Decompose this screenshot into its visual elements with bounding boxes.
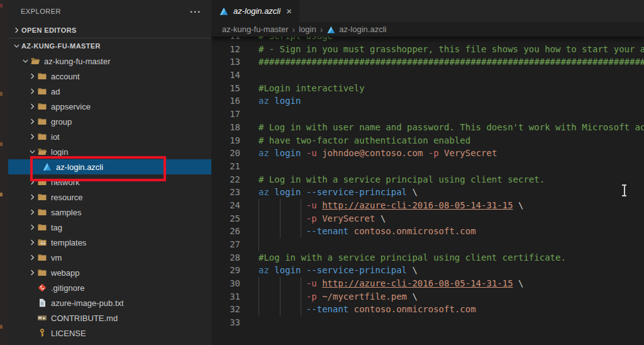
line-number[interactable]: 23 [211, 186, 240, 199]
code-line-28[interactable]: 28#Log in with a service principal using… [211, 251, 644, 264]
code-line-33[interactable]: 33 [211, 316, 644, 329]
line-number[interactable]: 22 [211, 173, 240, 186]
code-line-27[interactable]: 27 [211, 238, 644, 251]
tree-item-label: account [51, 72, 80, 81]
code-line-25[interactable]: 25 -p VerySecret \ [211, 212, 644, 225]
close-icon[interactable]: × [286, 6, 292, 16]
line-number[interactable]: 21 [211, 160, 240, 173]
code-line-22[interactable]: 22# Log in with a service principal usin… [211, 173, 644, 186]
code-line-19[interactable]: 19# have two-factor authentication enabl… [211, 134, 644, 147]
line-number[interactable]: 24 [211, 199, 240, 212]
tree-item-label: az-login.azcli [56, 162, 103, 172]
tree-item-tag[interactable]: tag [8, 220, 211, 235]
line-number[interactable]: 12 [211, 43, 240, 56]
section-workspace[interactable]: AZ-KUNG-FU-MASTER [8, 38, 211, 54]
breadcrumb-separator: › [292, 25, 295, 35]
code-line-29[interactable]: 29az login --service-principal \ [211, 264, 644, 277]
chevron-right-icon[interactable] [28, 252, 37, 263]
tree-item-resource[interactable]: resource [8, 189, 211, 205]
breadcrumb-item-file[interactable]: az-login.azcli [339, 25, 386, 34]
tree-item-gitignore[interactable]: .gitignore [8, 280, 211, 295]
code-line-31[interactable]: 31 -p ~/mycertfile.pem \ [211, 290, 644, 303]
line-number[interactable]: 14 [211, 69, 240, 82]
line-number[interactable]: 15 [211, 82, 240, 95]
chevron-right-icon[interactable] [28, 177, 37, 187]
tree-item-license[interactable]: LICENSE [8, 325, 211, 341]
section-open-editors[interactable]: OPEN EDITORS [8, 23, 211, 38]
line-number[interactable]: 19 [211, 134, 240, 147]
tree-item-label: templates [51, 238, 86, 247]
code-line-21[interactable]: 21 [211, 160, 644, 173]
tree-item-group[interactable]: group [8, 114, 211, 129]
line-number[interactable]: 28 [211, 251, 240, 264]
chevron-right-icon[interactable] [28, 268, 37, 278]
breadcrumb-item-subfolder[interactable]: login [299, 25, 316, 34]
chevron-right-icon[interactable] [28, 116, 37, 127]
line-number[interactable]: 20 [211, 147, 240, 160]
code-line-13[interactable]: 13######################################… [211, 55, 644, 69]
tree-item-contribute-md[interactable]: CONTRIBUTE.md [8, 310, 211, 325]
line-number[interactable]: 31 [211, 290, 240, 303]
code-line-32[interactable]: 32 --tenant contoso.onmicrosoft.com [211, 303, 644, 316]
tree-item-network[interactable]: network [8, 174, 211, 189]
tree-item-samples[interactable]: samples [8, 205, 211, 220]
ellipsis-icon[interactable]: ··· [190, 6, 201, 17]
text-file-icon [37, 298, 47, 308]
tree-item-label: group [51, 117, 72, 127]
chevron-placeholder [28, 328, 37, 338]
tab-az-login-azcli[interactable]: az-login.azcli × [211, 0, 299, 22]
code-line-18[interactable]: 18# Log in with user name and password. … [211, 121, 644, 134]
tree-item-webapp[interactable]: webapp [8, 265, 211, 280]
breadcrumb: az-kung-fu-master › login › az-login.azc… [211, 22, 644, 37]
code-line-17[interactable]: 17 [211, 108, 644, 121]
line-number[interactable]: 17 [211, 108, 240, 121]
tree-item-vm[interactable]: vm [8, 250, 211, 265]
chevron-right-icon[interactable] [28, 86, 37, 96]
code-line-12[interactable]: 12# - Sign in you must grasshopper, this… [211, 43, 644, 56]
line-number[interactable]: 29 [211, 264, 240, 277]
line-number[interactable]: 18 [211, 121, 240, 134]
chevron-right-icon[interactable] [28, 207, 37, 217]
tree-item-az-login-azcli[interactable]: az-login.azcli [8, 159, 211, 174]
code-line-15[interactable]: 15#Login interactively [211, 82, 644, 95]
tree-item-appservice[interactable]: appservice [8, 99, 211, 114]
chevron-right-icon[interactable] [28, 132, 37, 142]
tree-item-templates[interactable]: templates [8, 235, 211, 250]
line-number[interactable]: 30 [211, 277, 240, 290]
azure-icon [219, 6, 229, 16]
chevron-right-icon[interactable] [28, 237, 37, 247]
tree-item-iot[interactable]: iot [8, 129, 211, 144]
tree-item-login[interactable]: login [8, 144, 211, 159]
chevron-down-icon[interactable] [21, 56, 30, 66]
chevron-right-icon[interactable] [28, 192, 37, 202]
line-number[interactable]: 16 [211, 94, 240, 108]
chevron-right-icon[interactable] [28, 71, 37, 81]
chevron-right-icon[interactable] [28, 222, 37, 232]
line-number[interactable]: 32 [211, 303, 240, 316]
code-text: --tenant contoso.onmicrosoft.com [240, 226, 476, 236]
line-number[interactable]: 27 [211, 238, 240, 251]
folder-icon [37, 71, 47, 81]
tree-item-readme-md[interactable]: README.md [8, 341, 211, 345]
line-number[interactable]: 26 [211, 225, 240, 238]
code-line-23[interactable]: 23az login --service-principal \ [211, 186, 644, 199]
line-number[interactable]: 13 [211, 55, 240, 69]
tree-item-az-kung-fu-master[interactable]: az-kung-fu-master [8, 54, 211, 69]
code-line-24[interactable]: 24 -u http://azure-cli-2016-08-05-14-31-… [211, 199, 644, 212]
chevron-down-icon[interactable] [28, 147, 37, 157]
chevron-right-icon[interactable] [28, 101, 37, 111]
breadcrumb-item-folder[interactable]: az-kung-fu-master [222, 25, 288, 34]
tree-item-label: CONTRIBUTE.md [51, 314, 118, 323]
code-line-16[interactable]: 16az login [211, 94, 644, 108]
code-line-30[interactable]: 30 -u http://azure-cli-2016-08-05-14-31-… [211, 277, 644, 290]
folder-icon [37, 222, 47, 232]
tree-item-account[interactable]: account [8, 69, 211, 84]
tree-item-ad[interactable]: ad [8, 84, 211, 99]
code-line-26[interactable]: 26 --tenant contoso.onmicrosoft.com [211, 225, 644, 238]
code-line-14[interactable]: 14 [211, 69, 644, 82]
line-number[interactable]: 25 [211, 212, 240, 225]
code-line-20[interactable]: 20az login -u johndoe@contoso.com -p Ver… [211, 147, 644, 160]
tree-item-label: network [51, 178, 80, 187]
line-number[interactable]: 33 [211, 316, 240, 329]
tree-item-azure-image-pub-txt[interactable]: azure-image-pub.txt [8, 295, 211, 310]
